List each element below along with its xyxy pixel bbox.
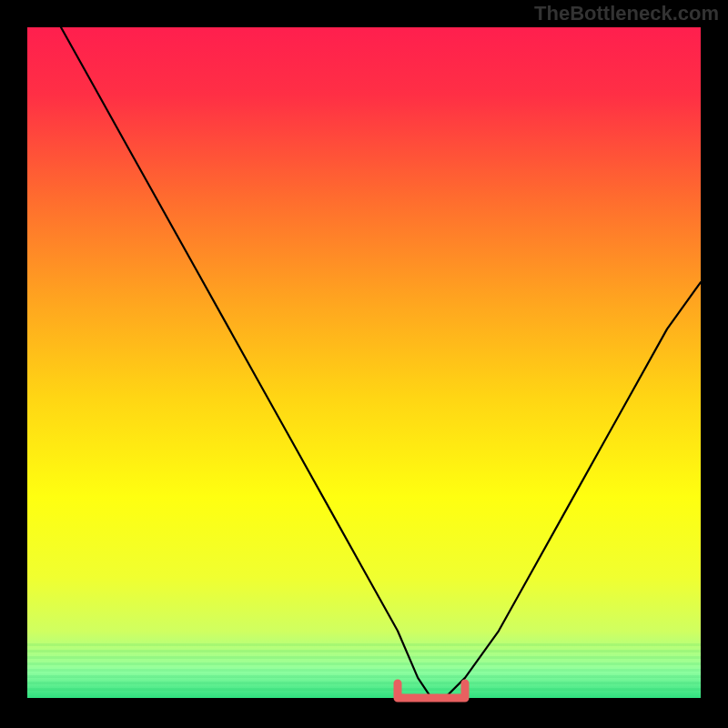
heatmap-background (27, 27, 701, 698)
indicator-dot (434, 694, 440, 700)
gradient-band-line (27, 688, 701, 691)
indicator-dot (411, 694, 417, 700)
gradient-band-line (27, 662, 701, 665)
gradient-band-line (27, 656, 701, 659)
bottleneck-chart (0, 0, 728, 728)
gradient-band-line (27, 669, 701, 672)
indicator-dot (423, 694, 429, 700)
indicator-dot (457, 694, 462, 700)
indicator-dot (400, 694, 406, 700)
gradient-band-line (27, 643, 701, 646)
gradient-band-line (27, 682, 701, 684)
watermark-text: TheBottleneck.com (534, 2, 719, 25)
gradient-band-line (27, 650, 701, 652)
indicator-dot (445, 694, 450, 700)
gradient-band-line (27, 675, 701, 678)
